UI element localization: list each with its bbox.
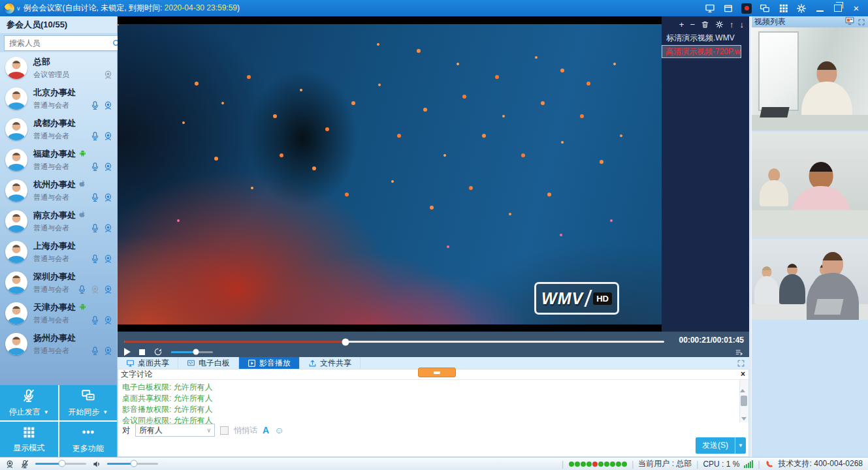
chat-message: 影音播放权限: 允许所有人 bbox=[122, 404, 735, 415]
seek-bar[interactable] bbox=[124, 341, 664, 343]
webcam-icon[interactable] bbox=[103, 193, 113, 202]
seek-handle[interactable] bbox=[342, 338, 349, 345]
mic-icon[interactable] bbox=[90, 162, 100, 172]
playlist-menu-icon[interactable] bbox=[735, 347, 744, 357]
recipient-select[interactable]: 所有人∨ bbox=[135, 424, 215, 437]
participant-row[interactable]: 南京办事处普通与会者 bbox=[0, 206, 117, 236]
scroll-up-icon[interactable] bbox=[740, 380, 745, 392]
button-label: 停止发言 bbox=[9, 407, 40, 418]
video-stage[interactable]: WMV HD bbox=[118, 16, 662, 332]
volume-slider[interactable] bbox=[171, 351, 213, 353]
webcam-icon[interactable] bbox=[103, 223, 113, 233]
app-logo-icon[interactable] bbox=[4, 3, 14, 14]
mic-icon[interactable] bbox=[90, 101, 100, 110]
webcam-icon[interactable] bbox=[103, 162, 113, 172]
record-icon[interactable] bbox=[741, 3, 752, 14]
mic-icon[interactable] bbox=[77, 285, 87, 294]
participant-row[interactable]: 深圳办事处普通与会者 bbox=[0, 267, 117, 298]
display-mode-icon[interactable] bbox=[778, 3, 788, 14]
play-icon[interactable] bbox=[124, 348, 131, 356]
fullscreen-icon[interactable] bbox=[737, 359, 745, 368]
font-button[interactable]: A bbox=[263, 425, 269, 435]
tab-media-playback[interactable]: 影音播放 bbox=[239, 357, 300, 369]
speaker-volume-slider[interactable] bbox=[107, 463, 158, 465]
whisper-checkbox[interactable] bbox=[220, 426, 229, 435]
move-down-icon[interactable]: ↓ bbox=[740, 20, 745, 29]
tab-desktop-share[interactable]: 桌面共享 bbox=[118, 357, 178, 369]
remove-icon[interactable]: − bbox=[690, 20, 695, 29]
smiley-icon[interactable]: ☺ bbox=[274, 425, 283, 435]
video-thumbnail[interactable] bbox=[752, 132, 868, 238]
trash-icon[interactable] bbox=[701, 20, 709, 29]
participant-row[interactable]: 总部会议管理员 bbox=[0, 52, 117, 83]
webcam-status-icon[interactable] bbox=[5, 459, 14, 469]
settings-gear-icon[interactable] bbox=[796, 3, 807, 14]
grid-icon bbox=[22, 426, 35, 439]
playlist-item-selected[interactable]: 高清演示视频-720P.wmv删除 bbox=[662, 45, 741, 58]
speaker-icon[interactable] bbox=[92, 459, 101, 469]
send-options-icon[interactable]: ▼ bbox=[735, 437, 746, 454]
move-up-icon[interactable]: ↑ bbox=[730, 20, 734, 29]
mic-icon[interactable] bbox=[90, 254, 100, 264]
webcam-icon[interactable] bbox=[103, 285, 113, 294]
screen-share-icon[interactable] bbox=[705, 3, 715, 14]
participant-row[interactable]: 扬州办事处普通与会者 bbox=[0, 328, 117, 359]
mic-icon[interactable] bbox=[90, 346, 100, 356]
more-functions-button[interactable]: 更多功能 bbox=[59, 422, 118, 457]
participant-row[interactable]: 天津办事处普通与会者 bbox=[0, 298, 117, 328]
apple-icon bbox=[78, 210, 86, 220]
cpu-label: CPU : 1 % bbox=[703, 460, 739, 469]
minimize-icon[interactable] bbox=[814, 3, 825, 14]
scrollbar-thumb[interactable] bbox=[741, 396, 747, 406]
tab-file-share[interactable]: 文件共享 bbox=[300, 357, 361, 369]
scroll-down-icon[interactable] bbox=[741, 417, 747, 420]
webcam-icon[interactable] bbox=[103, 254, 113, 264]
replay-icon[interactable] bbox=[153, 347, 163, 357]
window-icon[interactable] bbox=[723, 3, 733, 14]
mic-muted-icon[interactable] bbox=[20, 459, 29, 469]
webcam-icon[interactable] bbox=[103, 101, 113, 110]
participant-row[interactable]: 杭州办事处普通与会者 bbox=[0, 175, 117, 206]
stop-speaking-button[interactable]: 停止发言▼ bbox=[0, 385, 58, 420]
volume-handle[interactable] bbox=[193, 349, 199, 355]
settings-gear-icon[interactable] bbox=[715, 20, 724, 29]
chat-toolbar: 对 所有人∨ 悄悄话 A ☺ bbox=[118, 423, 748, 437]
mic-icon[interactable] bbox=[90, 223, 100, 233]
participant-row[interactable]: 北京办事处普通与会者 bbox=[0, 83, 117, 114]
video-wall-icon[interactable] bbox=[845, 17, 854, 27]
participant-row[interactable]: 成都办事处普通与会者 bbox=[0, 114, 117, 144]
stop-icon[interactable] bbox=[139, 349, 145, 355]
start-sync-button[interactable]: 开始同步▼ bbox=[59, 385, 118, 420]
slider-handle[interactable] bbox=[58, 460, 65, 467]
video-thumbnail[interactable] bbox=[752, 27, 868, 131]
chat-scrollbar[interactable] bbox=[739, 380, 748, 422]
chevron-down-icon[interactable]: ∨ bbox=[16, 5, 21, 12]
participant-row[interactable]: 上海办事处普通与会者 bbox=[0, 236, 117, 267]
add-icon[interactable]: + bbox=[679, 20, 684, 29]
panel-collapse-handle[interactable] bbox=[418, 368, 456, 377]
mic-icon[interactable] bbox=[90, 315, 100, 325]
maximize-icon[interactable] bbox=[833, 3, 843, 14]
slider-handle[interactable] bbox=[130, 460, 137, 467]
search-input[interactable] bbox=[8, 38, 112, 48]
mic-icon[interactable] bbox=[90, 193, 100, 202]
send-button[interactable]: 发送(S) ▼ bbox=[696, 437, 746, 454]
webcam-off-icon[interactable] bbox=[103, 70, 113, 80]
sync-screens-icon[interactable] bbox=[760, 3, 770, 14]
mic-volume-slider[interactable] bbox=[35, 463, 86, 465]
webcam-icon[interactable] bbox=[103, 346, 113, 356]
webcam-icon[interactable] bbox=[103, 315, 113, 325]
webcam-off-icon[interactable] bbox=[90, 285, 100, 294]
close-icon[interactable]: × bbox=[851, 3, 861, 14]
tab-whiteboard[interactable]: 电子白板 bbox=[178, 357, 239, 369]
video-thumbnail[interactable] bbox=[752, 239, 868, 320]
playlist-item[interactable]: 标清演示视频.WMV bbox=[662, 31, 749, 45]
expand-icon[interactable] bbox=[858, 18, 865, 27]
participant-row[interactable]: 福建办事处普通与会者 bbox=[0, 144, 117, 175]
webcam-icon[interactable] bbox=[103, 131, 113, 141]
mic-icon[interactable] bbox=[90, 131, 100, 141]
video-frame bbox=[118, 24, 662, 324]
chat-input-area[interactable]: 发送(S) ▼ bbox=[118, 437, 748, 456]
close-chat-icon[interactable]: × bbox=[741, 369, 745, 379]
display-mode-button[interactable]: 显示模式 bbox=[0, 422, 58, 457]
